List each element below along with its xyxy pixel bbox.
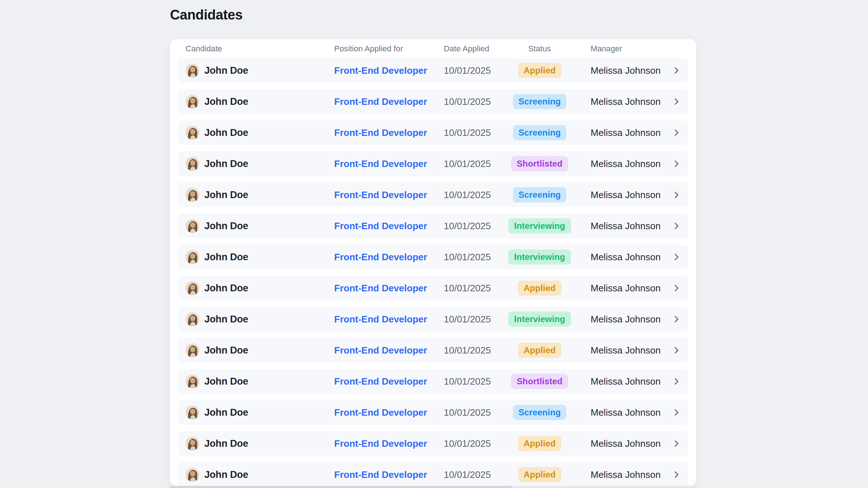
candidate-cell: John Doe [186,406,334,419]
candidate-avatar [186,219,199,233]
row-chevron[interactable] [670,97,681,106]
table-row[interactable]: John Doe Front-End Developer 10/01/2025 … [178,245,688,269]
candidate-cell: John Doe [186,95,334,108]
position-link[interactable]: Front-End Developer [334,376,444,387]
row-chevron[interactable] [670,128,681,137]
position-link[interactable]: Front-End Developer [334,127,444,138]
status-badge: Shortlisted [511,374,568,389]
table-row[interactable]: John Doe Front-End Developer 10/01/2025 … [178,431,688,456]
position-link[interactable]: Front-End Developer [334,96,444,107]
row-chevron[interactable] [670,283,681,293]
row-chevron[interactable] [670,408,681,417]
position-link[interactable]: Front-End Developer [334,252,444,263]
manager-name: Melissa Johnson [572,314,670,325]
position-link[interactable]: Front-End Developer [334,65,444,76]
date-applied: 10/01/2025 [444,189,507,201]
candidate-avatar [186,126,199,140]
position-link[interactable]: Front-End Developer [334,189,444,201]
table-row[interactable]: John Doe Front-End Developer 10/01/2025 … [178,120,688,145]
column-header-date-applied: Date Applied [444,44,507,53]
status-badge: Interviewing [508,218,571,234]
column-header-status: Status [507,44,572,53]
table-row[interactable]: John Doe Front-End Developer 10/01/2025 … [178,151,688,176]
table-row[interactable]: John Doe Front-End Developer 10/01/2025 … [178,276,688,300]
manager-name: Melissa Johnson [572,438,670,449]
date-applied: 10/01/2025 [444,158,507,170]
position-link[interactable]: Front-End Developer [334,283,444,294]
candidate-cell: John Doe [186,343,334,357]
candidate-name: John Doe [204,252,248,263]
status-badge: Screening [513,94,567,109]
chevron-right-icon [672,190,681,200]
date-applied: 10/01/2025 [444,96,507,107]
horizontal-scrollbar[interactable] [170,486,696,488]
position-link[interactable]: Front-End Developer [334,407,444,418]
row-chevron[interactable] [670,159,681,168]
chevron-right-icon [672,470,681,479]
row-chevron[interactable] [670,346,681,355]
status-cell: Applied [507,343,572,358]
table-row[interactable]: John Doe Front-End Developer 10/01/2025 … [178,214,688,238]
row-chevron[interactable] [670,221,681,231]
position-link[interactable]: Front-End Developer [334,158,444,170]
status-badge: Applied [518,63,562,78]
table-row[interactable]: John Doe Front-End Developer 10/01/2025 … [178,400,688,425]
row-chevron[interactable] [670,439,681,448]
position-link[interactable]: Front-End Developer [334,469,444,480]
row-chevron[interactable] [670,252,681,262]
status-badge: Interviewing [508,312,571,327]
position-link[interactable]: Front-End Developer [334,345,444,356]
position-link[interactable]: Front-End Developer [334,438,444,449]
status-badge: Screening [513,405,567,420]
table-row[interactable]: John Doe Front-End Developer 10/01/2025 … [178,462,688,486]
row-chevron[interactable] [670,377,681,386]
horizontal-scrollbar-thumb[interactable] [170,486,511,488]
candidate-name: John Doe [204,189,248,201]
candidate-avatar [186,312,199,326]
chevron-right-icon [672,221,681,231]
status-cell: Screening [507,125,572,140]
table-row[interactable]: John Doe Front-End Developer 10/01/2025 … [178,183,688,207]
table-row[interactable]: John Doe Front-End Developer 10/01/2025 … [178,58,688,83]
table-row[interactable]: John Doe Front-End Developer 10/01/2025 … [178,338,688,363]
manager-name: Melissa Johnson [572,345,670,356]
position-link[interactable]: Front-End Developer [334,221,444,232]
chevron-right-icon [672,66,681,75]
manager-name: Melissa Johnson [572,407,670,418]
candidate-cell: John Doe [186,188,334,202]
candidates-table-card: Candidate Position Applied for Date Appl… [170,39,696,486]
table-row[interactable]: John Doe Front-End Developer 10/01/2025 … [178,89,688,114]
table-row[interactable]: John Doe Front-End Developer 10/01/2025 … [178,307,688,331]
position-link[interactable]: Front-End Developer [334,314,444,325]
chevron-right-icon [672,346,681,355]
candidate-avatar [186,250,199,264]
candidate-avatar [186,281,199,295]
candidate-cell: John Doe [186,250,334,264]
candidate-name: John Doe [204,438,248,449]
candidate-cell: John Doe [186,157,334,171]
chevron-right-icon [672,408,681,417]
candidate-cell: John Doe [186,374,334,388]
row-chevron[interactable] [670,314,681,324]
manager-name: Melissa Johnson [572,252,670,263]
row-chevron[interactable] [670,190,681,200]
candidate-cell: John Doe [186,468,334,481]
status-cell: Shortlisted [507,156,572,171]
table-row[interactable]: John Doe Front-End Developer 10/01/2025 … [178,369,688,394]
page-title: Candidates [170,7,243,23]
manager-name: Melissa Johnson [572,469,670,480]
status-cell: Screening [507,187,572,202]
chevron-right-icon [672,283,681,293]
row-chevron[interactable] [670,470,681,479]
date-applied: 10/01/2025 [444,283,507,294]
status-cell: Applied [507,281,572,296]
status-cell: Shortlisted [507,374,572,389]
manager-name: Melissa Johnson [572,96,670,107]
chevron-right-icon [672,252,681,262]
row-chevron[interactable] [670,66,681,75]
candidate-avatar [186,95,199,108]
candidate-avatar [186,188,199,202]
date-applied: 10/01/2025 [444,469,507,480]
status-cell: Interviewing [507,249,572,265]
chevron-right-icon [672,314,681,324]
